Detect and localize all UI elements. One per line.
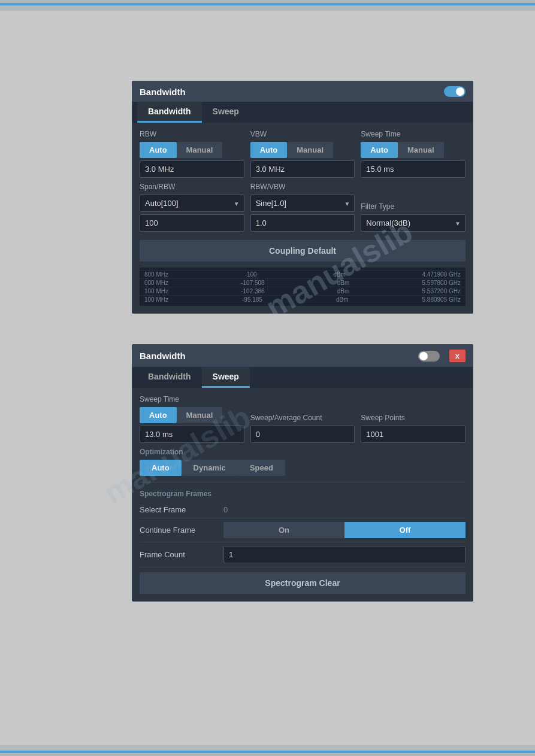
panel2-close-btn[interactable]: x <box>449 350 466 362</box>
info-db-0: -100 <box>245 271 257 278</box>
info-row-0: 800 MHz -100 dBm 4.471900 GHz <box>140 270 466 278</box>
tab-sweep-1[interactable]: Sweep <box>202 102 250 123</box>
info-unit-0: dBm <box>333 271 346 278</box>
continue-frame-off-btn[interactable]: Off <box>344 522 466 538</box>
panel-bandwidth-2: Bandwidth x Bandwidth Sweep Sweep Time A… <box>132 344 473 602</box>
rbw-btn-group: Auto Manual <box>140 142 244 158</box>
p2-sweep-avg-col: Sweep/Average Count <box>250 414 355 443</box>
panel1-tabs: Bandwidth Sweep <box>132 102 473 123</box>
info-row-2: 100 MHz -102.386 dBm 5.537200 GHz <box>140 287 466 295</box>
continue-frame-on-btn[interactable]: On <box>223 522 344 538</box>
info-xval-0: 4.471900 GHz <box>422 271 461 278</box>
vbw-manual-btn[interactable]: Manual <box>287 142 333 158</box>
coupling-default-btn[interactable]: Coupling Default <box>140 240 466 262</box>
rbw-vbw-label: RBW/VBW <box>250 183 355 191</box>
sweep-auto-btn[interactable]: Auto <box>361 142 398 158</box>
vbw-label: VBW <box>250 130 355 138</box>
optimization-label: Optimization <box>140 448 466 456</box>
continue-frame-label: Continue Frame <box>140 526 223 535</box>
panel2-body: Sweep Time Auto Manual Sweep/Average Cou… <box>132 388 473 601</box>
tab-bandwidth-2[interactable]: Bandwidth <box>137 367 202 388</box>
panel2-toggle[interactable] <box>418 351 440 362</box>
tab-sweep-2[interactable]: Sweep <box>202 367 250 388</box>
p2-sweep-points-label: Sweep Points <box>361 414 466 422</box>
p2-sweep-avg-value[interactable] <box>250 426 355 443</box>
p2-sweep-auto-btn[interactable]: Auto <box>140 407 177 423</box>
sweep-time-label: Sweep Time <box>361 130 466 138</box>
span-rbw-label: Span/RBW <box>140 183 244 191</box>
panel1-header: Bandwidth <box>132 81 473 102</box>
rbw-vbw-value[interactable] <box>250 214 355 232</box>
span-rbw-dropdown[interactable]: Auto[100] Manual <box>140 195 244 212</box>
tab-bandwidth-1[interactable]: Bandwidth <box>137 102 202 123</box>
rbw-label: RBW <box>140 130 244 138</box>
info-freq-0: 800 MHz <box>144 271 168 278</box>
p2-sweep-avg-label: Sweep/Average Count <box>250 414 355 422</box>
rbw-col: RBW Auto Manual <box>140 130 244 178</box>
rbw-vbw-col: RBW/VBW Sine[1.0] Gaussian Flat Top <box>250 183 355 232</box>
panel1-body: RBW Auto Manual VBW Auto Manual Sweep Ti… <box>132 123 473 313</box>
frame-count-row: Frame Count <box>140 542 466 567</box>
opt-speed-btn[interactable]: Speed <box>238 460 285 476</box>
span-rbw-col: Span/RBW Auto[100] Manual <box>140 183 244 232</box>
select-frame-value: 0 <box>223 505 466 514</box>
p2-sweep-time-value[interactable] <box>140 426 244 443</box>
panel2-title: Bandwidth <box>140 351 186 361</box>
filter-type-col: Filter Type Normal(3dB) EMI <box>361 202 466 232</box>
row-dropdowns: Span/RBW Auto[100] Manual RBW/VBW Sine[1… <box>140 183 466 232</box>
p2-sweep-points-value[interactable] <box>361 426 466 443</box>
row-controls: RBW Auto Manual VBW Auto Manual Sweep Ti… <box>140 130 466 178</box>
filter-type-label: Filter Type <box>361 202 466 211</box>
frame-count-label: Frame Count <box>140 550 223 559</box>
panel2-tabs: Bandwidth Sweep <box>132 367 473 388</box>
spectrogram-frames-section: Spectrogram Frames Select Frame 0 Contin… <box>140 482 466 594</box>
rbw-vbw-dropdown[interactable]: Sine[1.0] Gaussian Flat Top <box>250 195 355 212</box>
sweep-time-btn-group: Auto Manual <box>361 142 466 158</box>
info-freq-3: 100 MHz <box>144 296 168 303</box>
select-frame-label: Select Frame <box>140 505 223 514</box>
info-unit-3: dBm <box>336 296 349 303</box>
sweep-time-col: Sweep Time Auto Manual <box>361 130 466 178</box>
p2-sweep-time-label: Sweep Time <box>140 395 244 403</box>
top-bar-accent <box>0 3 535 5</box>
info-db-2: -102.386 <box>241 288 264 294</box>
panel2-header: Bandwidth x <box>132 345 473 367</box>
opt-dynamic-btn[interactable]: Dynamic <box>182 460 238 476</box>
info-unit-1: dBm <box>337 280 350 286</box>
select-frame-row: Select Frame 0 <box>140 502 466 518</box>
panel2-row1: Sweep Time Auto Manual Sweep/Average Cou… <box>140 395 466 443</box>
vbw-col: VBW Auto Manual <box>250 130 355 178</box>
p2-sweep-manual-btn[interactable]: Manual <box>177 407 223 423</box>
sweep-manual-btn[interactable]: Manual <box>398 142 444 158</box>
filter-type-dropdown[interactable]: Normal(3dB) EMI <box>361 214 466 232</box>
optimization-btn-group: Auto Dynamic Speed <box>140 460 466 476</box>
spectrogram-clear-btn[interactable]: Spectrogram Clear <box>140 572 466 594</box>
frame-count-input[interactable] <box>223 546 466 563</box>
vbw-auto-btn[interactable]: Auto <box>250 142 288 158</box>
info-freq-2: 100 MHz <box>144 288 168 294</box>
panel1-title: Bandwidth <box>140 87 186 97</box>
p2-sweep-time-btn-group: Auto Manual <box>140 407 244 423</box>
p2-sweep-points-col: Sweep Points <box>361 414 466 443</box>
opt-auto-btn[interactable]: Auto <box>140 460 182 476</box>
bottom-bar <box>0 745 535 756</box>
span-rbw-value[interactable] <box>140 214 244 232</box>
panel1-toggle[interactable] <box>444 86 466 97</box>
spectrogram-frames-label: Spectrogram Frames <box>140 490 466 498</box>
vbw-value[interactable] <box>250 160 355 178</box>
info-db-3: -95.185 <box>242 296 262 303</box>
info-row-1: 000 MHz -107.508 dBm 5.597800 GHz <box>140 278 466 287</box>
panel-bandwidth-1: Bandwidth Bandwidth Sweep RBW Auto Manua… <box>132 81 473 314</box>
optimization-section: Optimization Auto Dynamic Speed <box>140 448 466 476</box>
top-bar <box>0 0 535 11</box>
rbw-manual-btn[interactable]: Manual <box>177 142 223 158</box>
filter-type-dropdown-wrap: Normal(3dB) EMI <box>361 214 466 232</box>
continue-frame-btn-group: On Off <box>223 522 466 538</box>
sweep-time-value[interactable] <box>361 160 466 178</box>
rbw-vbw-dropdown-wrap: Sine[1.0] Gaussian Flat Top <box>250 195 355 212</box>
vbw-btn-group: Auto Manual <box>250 142 355 158</box>
rbw-auto-btn[interactable]: Auto <box>140 142 177 158</box>
rbw-value[interactable] <box>140 160 244 178</box>
info-unit-2: dBm <box>337 288 350 294</box>
info-rows-section: 800 MHz -100 dBm 4.471900 GHz 000 MHz -1… <box>140 268 466 306</box>
